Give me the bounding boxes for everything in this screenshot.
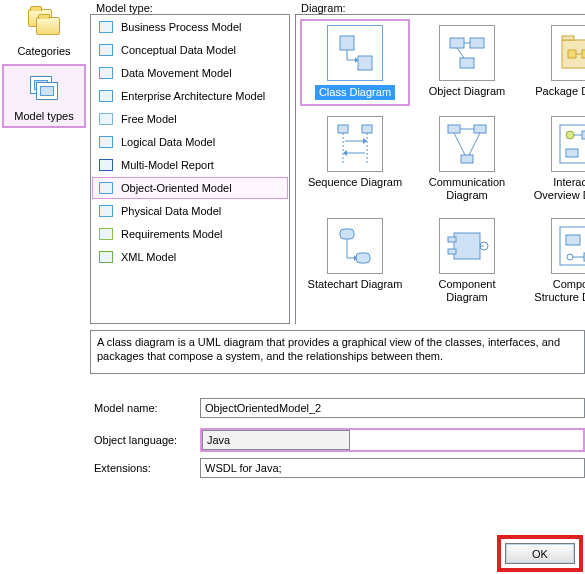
ok-highlight: OK	[497, 535, 583, 572]
model-type-label: Logical Data Model	[121, 136, 215, 148]
diagram-item[interactable]: Sequence Diagram	[300, 110, 410, 208]
diagram-icon	[327, 25, 383, 81]
svg-rect-3	[450, 38, 464, 48]
model-type-icon	[97, 248, 115, 266]
model-type-icon	[97, 18, 115, 36]
model-type-label: Business Process Model	[121, 21, 241, 33]
category-panel: Categories Model types	[0, 0, 88, 130]
diagram-item[interactable]: Class Diagram	[300, 19, 410, 106]
svg-rect-30	[566, 149, 578, 157]
diagram-icon	[439, 116, 495, 172]
diagram-label: Object Diagram	[429, 85, 505, 98]
svg-point-28	[566, 131, 574, 139]
model-type-label: Free Model	[121, 113, 177, 125]
diagram-panel: Class DiagramObject DiagramPackage Diagr…	[295, 14, 585, 324]
svg-rect-0	[340, 36, 354, 50]
model-type-item[interactable]: Conceptual Data Model	[92, 39, 288, 61]
model-type-icon	[97, 87, 115, 105]
model-type-item[interactable]: Logical Data Model	[92, 131, 288, 153]
svg-line-26	[469, 133, 480, 155]
model-name-input[interactable]	[200, 398, 585, 418]
diagram-icon	[439, 25, 495, 81]
svg-rect-23	[461, 155, 473, 163]
folder-stack-icon	[26, 7, 62, 41]
diagram-item[interactable]: Statechart Diagram	[300, 212, 410, 310]
model-type-item[interactable]: Data Movement Model	[92, 62, 288, 84]
description-text: A class diagram is a UML diagram that pr…	[90, 330, 585, 374]
svg-line-7	[457, 48, 464, 58]
svg-rect-4	[470, 38, 484, 48]
extensions-label: Extensions:	[90, 462, 194, 474]
categories-label: Categories	[17, 45, 70, 57]
diagram-item[interactable]: Communication Diagram	[412, 110, 522, 208]
category-model-types[interactable]: Model types	[2, 64, 86, 128]
model-type-icon	[97, 225, 115, 243]
svg-rect-10	[568, 50, 576, 58]
svg-rect-32	[340, 229, 354, 239]
model-type-label: Enterprise Architecture Model	[121, 90, 265, 102]
model-type-icon	[97, 179, 115, 197]
ok-button[interactable]: OK	[505, 543, 575, 564]
model-type-item[interactable]: Requirements Model	[92, 223, 288, 245]
diagram-item[interactable]: Component Diagram	[412, 212, 522, 310]
model-type-icon	[97, 110, 115, 128]
svg-marker-20	[343, 150, 347, 156]
svg-rect-9	[562, 36, 574, 40]
model-type-item[interactable]: Object-Oriented Model	[92, 177, 288, 199]
diagram-icon	[439, 218, 495, 274]
model-type-icon	[97, 41, 115, 59]
model-stack-icon	[26, 72, 62, 106]
diagram-item[interactable]: Object Diagram	[412, 19, 522, 106]
diagram-label: Communication Diagram	[418, 176, 516, 202]
diagram-label: Package Diagram	[535, 85, 585, 98]
model-type-label: Data Movement Model	[121, 67, 232, 79]
diagram-item[interactable]: Interaction Overview Diagram	[524, 110, 585, 208]
svg-rect-14	[362, 125, 372, 133]
model-types-label: Model types	[14, 110, 73, 122]
diagram-item[interactable]: Package Diagram	[524, 19, 585, 106]
svg-rect-33	[356, 253, 370, 263]
svg-rect-21	[448, 125, 460, 133]
model-type-list[interactable]: Business Process ModelConceptual Data Mo…	[90, 14, 290, 324]
model-type-item[interactable]: Physical Data Model	[92, 200, 288, 222]
model-type-label: Requirements Model	[121, 228, 223, 240]
model-type-label: XML Model	[121, 251, 176, 263]
diagram-icon	[327, 218, 383, 274]
diagram-icon	[551, 25, 585, 81]
model-type-icon	[97, 202, 115, 220]
diagram-label: Sequence Diagram	[308, 176, 402, 189]
model-type-label: Object-Oriented Model	[121, 182, 232, 194]
svg-rect-41	[566, 235, 580, 245]
model-type-item[interactable]: XML Model	[92, 246, 288, 268]
svg-point-42	[567, 254, 573, 260]
svg-rect-35	[454, 233, 480, 259]
diagram-icon	[327, 116, 383, 172]
object-language-combo[interactable]	[202, 430, 350, 450]
model-type-label: Multi-Model Report	[121, 159, 214, 171]
model-type-icon	[97, 64, 115, 82]
svg-rect-22	[474, 125, 486, 133]
model-type-item[interactable]: Free Model	[92, 108, 288, 130]
diagram-label: Class Diagram	[315, 85, 395, 100]
diagram-label: Composite Structure Diagram	[530, 278, 585, 304]
svg-rect-37	[448, 249, 456, 254]
svg-rect-5	[460, 58, 474, 68]
model-type-item[interactable]: Business Process Model	[92, 16, 288, 38]
extensions-input[interactable]	[200, 458, 585, 478]
diagram-label: Interaction Overview Diagram	[530, 176, 585, 202]
model-type-label: Physical Data Model	[121, 205, 221, 217]
model-type-item[interactable]: Enterprise Architecture Model	[92, 85, 288, 107]
model-type-icon	[97, 133, 115, 151]
svg-rect-1	[358, 56, 372, 70]
diagram-label: Component Diagram	[418, 278, 516, 304]
diagram-item[interactable]: Composite Structure Diagram	[524, 212, 585, 310]
diagram-label: Statechart Diagram	[308, 278, 403, 291]
category-categories[interactable]: Categories	[0, 0, 88, 62]
diagram-icon	[551, 218, 585, 274]
model-type-item[interactable]: Multi-Model Report	[92, 154, 288, 176]
model-type-icon	[97, 156, 115, 174]
model-type-label: Conceptual Data Model	[121, 44, 236, 56]
diagram-icon	[551, 116, 585, 172]
diagram-grid: Class DiagramObject DiagramPackage Diagr…	[296, 15, 585, 314]
object-language-label: Object language:	[90, 434, 194, 446]
